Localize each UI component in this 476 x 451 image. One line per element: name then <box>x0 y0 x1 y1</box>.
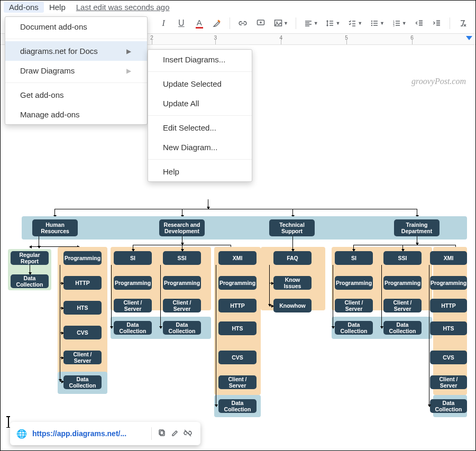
node-xmi: XMI <box>430 251 467 265</box>
node-client-server: Client / Server <box>218 375 257 389</box>
node-programming: Programming <box>335 276 373 290</box>
chevron-right-icon: ▶ <box>126 67 131 75</box>
svg-text:3: 3 <box>393 24 395 27</box>
clear-formatting-button[interactable] <box>455 16 470 31</box>
italic-button[interactable]: I <box>156 16 171 31</box>
link-preview-pill: 🌐 https://app.diagrams.net/... <box>10 422 200 445</box>
node-client-server: Client / Server <box>335 299 373 312</box>
text-cursor <box>8 416 9 428</box>
menu-get-addons[interactable]: Get add-ons <box>5 85 147 105</box>
insert-image-button[interactable]: ▼ <box>271 16 290 31</box>
node-data-collection: Data Collection <box>63 375 102 389</box>
node-hts: HTS <box>63 301 102 315</box>
highlight-button[interactable] <box>210 16 225 31</box>
node-si: SI <box>335 251 373 265</box>
insert-comment-button[interactable] <box>253 16 268 31</box>
node-client-server: Client / Server <box>114 299 152 312</box>
checklist-button[interactable]: ▼ <box>345 16 364 31</box>
node-programming: Programming <box>218 276 257 290</box>
node-http: HTTP <box>218 299 257 312</box>
node-ssi: SSI <box>163 251 201 265</box>
node-client-server: Client / Server <box>63 351 102 364</box>
watermark: groovyPost.com <box>411 77 466 86</box>
node-faq: FAQ <box>273 251 312 265</box>
menu-draw-diagrams[interactable]: Draw Diagrams▶ <box>5 61 147 80</box>
underline-button[interactable]: U <box>174 16 189 31</box>
unlink-button[interactable] <box>181 429 194 439</box>
increase-indent-button[interactable] <box>429 16 444 31</box>
last-edit-link[interactable]: Last edit was seconds ago <box>76 3 170 12</box>
diagrams-submenu: Insert Diagrams... Update Selected Updat… <box>148 49 252 182</box>
submenu-update-selected[interactable]: Update Selected <box>148 74 252 94</box>
text-color-button[interactable]: A <box>192 16 207 31</box>
node-data-collection: Data Collection <box>430 399 467 413</box>
node-hts: HTS <box>430 321 467 335</box>
node-data-collection: Data Collection <box>218 399 257 413</box>
node-http: HTTP <box>430 299 467 312</box>
node-programming: Programming <box>163 276 201 290</box>
node-data-collection: Data Collection <box>163 321 201 335</box>
submenu-help[interactable]: Help <box>148 162 252 181</box>
submenu-new-diagram[interactable]: New Diagram... <box>148 137 252 157</box>
node-xmi: XMI <box>218 251 257 265</box>
node-know-issues: Know Issues <box>273 276 312 290</box>
numbered-list-button[interactable]: 123 ▼ <box>390 16 409 31</box>
svg-point-3 <box>371 21 372 22</box>
menu-help[interactable]: Help <box>44 2 71 13</box>
align-button[interactable]: ▼ <box>301 16 321 31</box>
menu-bar: Add-ons Help Last edit was seconds ago <box>1 1 475 13</box>
node-programming: Programming <box>383 276 422 290</box>
submenu-insert-diagrams[interactable]: Insert Diagrams... <box>148 50 252 69</box>
node-cvs: CVS <box>63 326 102 339</box>
node-data-collection: Data Collection <box>114 321 152 335</box>
node-client-server: Client / Server <box>383 299 422 312</box>
edit-link-button[interactable] <box>169 429 181 439</box>
dept-tech: Technical Support <box>269 219 315 236</box>
copy-link-button[interactable] <box>156 429 169 439</box>
dept-train: Training Department <box>394 219 440 236</box>
dept-hr: Human Resources <box>32 219 78 236</box>
addons-menu: Document add-ons diagrams.net for Docs▶ … <box>5 16 148 125</box>
node-programming: Programming <box>430 276 467 290</box>
node-programming: Programming <box>114 276 152 290</box>
node-client-server: Client / Server <box>430 375 467 389</box>
node-ssi: SSI <box>383 251 422 265</box>
node-data-collection: Data Collection <box>335 321 373 335</box>
node-hts: HTS <box>218 321 257 335</box>
globe-icon: 🌐 <box>16 429 27 439</box>
decrease-indent-button[interactable] <box>412 16 427 31</box>
menu-diagrams-net[interactable]: diagrams.net for Docs▶ <box>5 41 147 61</box>
menu-document-addons[interactable]: Document add-ons <box>5 17 147 36</box>
submenu-update-all[interactable]: Update All <box>148 94 252 113</box>
node-knowhow: Knowhow <box>273 299 312 312</box>
bulleted-list-button[interactable]: ▼ <box>368 16 387 31</box>
link-url[interactable]: https://app.diagrams.net/... <box>32 429 147 438</box>
insert-link-button[interactable] <box>235 16 250 31</box>
menu-manage-addons[interactable]: Manage add-ons <box>5 105 147 124</box>
chevron-right-icon: ▶ <box>126 48 131 55</box>
node-client-server: Client / Server <box>163 299 201 312</box>
node-cvs: CVS <box>430 351 467 364</box>
node-http: HTTP <box>63 276 102 290</box>
svg-point-2 <box>276 22 278 23</box>
node-cvs: CVS <box>218 351 257 364</box>
menu-addons[interactable]: Add-ons <box>4 2 44 13</box>
dept-rnd: Research and Development <box>159 219 205 236</box>
node-si: SI <box>114 251 152 265</box>
org-chart-diagram[interactable]: Human Resources Research and Development… <box>7 183 470 450</box>
node-regular-report: Regular Report <box>11 251 49 265</box>
node-programming: Programming <box>63 251 102 265</box>
indent-marker-icon[interactable] <box>466 36 472 40</box>
node-data-collection: Data Collection <box>11 274 49 288</box>
line-spacing-button[interactable]: ▼ <box>324 16 343 31</box>
svg-point-5 <box>371 25 372 26</box>
node-data-collection: Data Collection <box>383 321 422 335</box>
submenu-edit-selected[interactable]: Edit Selected... <box>148 118 252 137</box>
svg-point-4 <box>371 23 372 24</box>
